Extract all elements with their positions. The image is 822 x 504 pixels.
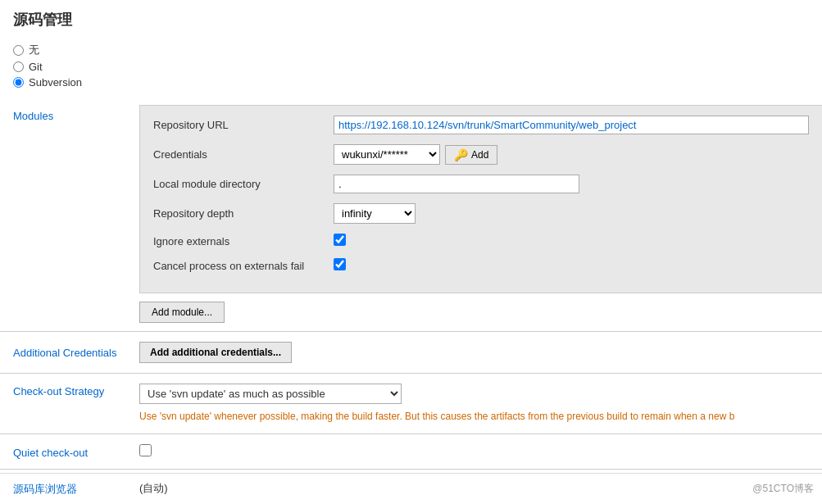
quiet-checkout-value [139, 444, 152, 459]
scm-options: 无 Git Subversion [0, 36, 822, 98]
checkout-strategy-label: Check-out Strategy [0, 384, 139, 424]
radio-subversion-label: Subversion [29, 76, 82, 89]
additional-credentials-label: Additional Credentials [0, 347, 139, 359]
cancel-process-row: Cancel process on externals fail [153, 258, 809, 273]
radio-git-row: Git [13, 61, 809, 73]
repo-browser-section: 源码库浏览器 (自动) [0, 473, 822, 503]
scm-body: Modules Repository URL Credentials wukun… [0, 98, 822, 328]
page-container: 源码管理 无 Git Subversion Modules Repository… [0, 0, 822, 504]
repo-depth-value: infinity empty files immediates [334, 203, 809, 224]
quiet-checkout-label: Quiet check-out [0, 445, 139, 459]
credentials-value-container: wukunxi/****** 🔑 Add [334, 144, 809, 165]
checkout-strategy-select[interactable]: Use 'svn update' as much as possible Alw… [139, 384, 402, 404]
repo-url-row: Repository URL [153, 116, 809, 134]
repo-url-input[interactable] [334, 116, 809, 134]
checkout-strategy-description: Use 'svn update' whenever possible, maki… [139, 409, 815, 424]
checkout-strategy-section: Check-out Strategy Use 'svn update' as m… [0, 377, 822, 430]
credentials-select[interactable]: wukunxi/****** [334, 144, 440, 165]
credentials-label: Credentials [153, 148, 334, 161]
key-icon: 🔑 [454, 148, 468, 161]
main-content: Repository URL Credentials wukunxi/*****… [139, 98, 822, 328]
add-module-button[interactable]: Add module... [139, 302, 225, 323]
radio-none-row: 无 [13, 43, 809, 57]
repo-browser-label: 源码库浏览器 [0, 480, 139, 497]
watermark: @51CTO博客 [752, 482, 814, 496]
radio-subversion[interactable] [13, 77, 24, 88]
page-title: 源码管理 [0, 0, 822, 36]
ignore-externals-label: Ignore externals [153, 235, 334, 247]
radio-none-label: 无 [29, 43, 39, 57]
add-additional-credentials-button[interactable]: Add additional credentials... [139, 342, 292, 363]
repo-depth-select[interactable]: infinity empty files immediates [334, 203, 416, 224]
cancel-process-checkbox[interactable] [334, 258, 346, 270]
module-box: Repository URL Credentials wukunxi/*****… [139, 105, 822, 293]
quiet-checkout-section: Quiet check-out [0, 438, 822, 465]
credentials-row: Credentials wukunxi/****** 🔑 Add [153, 144, 809, 165]
radio-git-label: Git [29, 61, 43, 73]
local-dir-input[interactable] [334, 175, 579, 193]
ignore-externals-checkbox[interactable] [334, 234, 346, 246]
add-credentials-label: Add [471, 149, 488, 161]
repo-url-value [334, 116, 809, 134]
modules-label: Modules [0, 98, 139, 328]
ignore-externals-row: Ignore externals [153, 234, 809, 248]
cancel-process-label: Cancel process on externals fail [153, 260, 334, 272]
local-dir-value [334, 175, 809, 193]
add-credentials-button[interactable]: 🔑 Add [445, 145, 497, 165]
local-dir-label: Local module directory [153, 178, 334, 190]
radio-subversion-row: Subversion [13, 76, 809, 89]
radio-none[interactable] [13, 45, 24, 56]
repo-url-label: Repository URL [153, 119, 334, 131]
repo-browser-value: (自动) [139, 481, 168, 496]
repo-depth-row: Repository depth infinity empty files im… [153, 203, 809, 224]
checkout-strategy-content: Use 'svn update' as much as possible Alw… [139, 384, 822, 424]
quiet-checkout-checkbox[interactable] [139, 444, 152, 456]
additional-credentials-section: Additional Credentials Add additional cr… [0, 335, 822, 370]
local-dir-row: Local module directory [153, 175, 809, 193]
cancel-process-value [334, 258, 809, 273]
repo-depth-label: Repository depth [153, 207, 334, 220]
radio-git[interactable] [13, 61, 24, 72]
add-module-container: Add module... [139, 293, 822, 328]
ignore-externals-value [334, 234, 809, 248]
